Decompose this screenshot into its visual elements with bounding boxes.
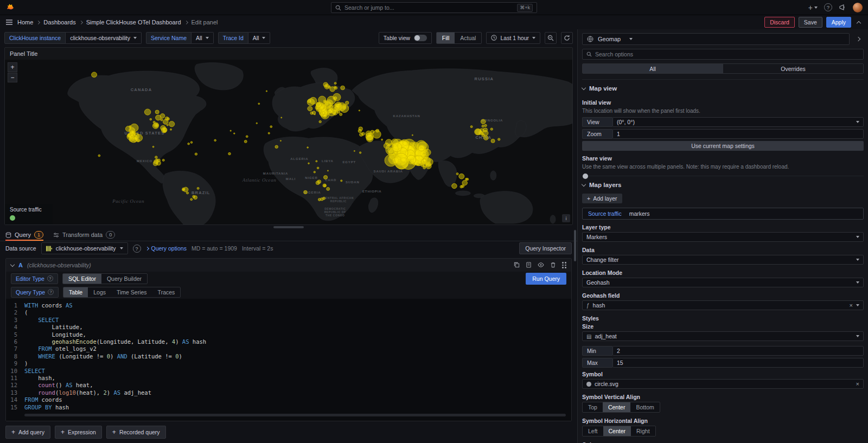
fill-option[interactable]: Fill (437, 33, 455, 43)
zoom-out-time-button[interactable] (545, 32, 557, 44)
splitter-drag-handle[interactable] (273, 226, 304, 228)
sql-horizontal-scrollbar[interactable] (24, 414, 566, 416)
min-input[interactable]: 2 (612, 346, 864, 356)
section-map-view[interactable]: Map view (582, 79, 864, 96)
user-avatar[interactable] (853, 3, 863, 12)
size-select[interactable]: ▤adj_heat (582, 331, 864, 341)
layer-list-item[interactable]: Source traffic markers (582, 208, 864, 220)
query-builder-option[interactable]: Query Builder (101, 274, 147, 284)
filter-value-dropdown[interactable]: All (192, 32, 214, 44)
filter-value-dropdown[interactable]: clickhouse-observability (66, 32, 142, 44)
valign-center[interactable]: Center (603, 402, 631, 412)
data-select[interactable]: Change filter (582, 255, 864, 265)
data-label: Data (582, 247, 864, 253)
halign-center[interactable]: Center (603, 426, 631, 436)
world-map[interactable]: RUSSIACANADAUNITED STATESMEXICOBRAZILKAZ… (5, 60, 572, 224)
chevron-down-icon (120, 247, 123, 249)
global-search-input[interactable]: Search or jump to... ⌘+k (331, 2, 537, 13)
view-select[interactable]: (0°, 0°) (612, 117, 864, 127)
map-zoom-in-button[interactable]: + (8, 62, 17, 72)
refresh-button[interactable] (561, 32, 573, 44)
query-ref-datasource: (clickhouse-observability) (27, 262, 91, 268)
drag-query-handle[interactable] (562, 262, 566, 268)
layer-type-select[interactable]: Markers (582, 232, 864, 242)
halign-left[interactable]: Left (583, 426, 603, 436)
database-icon (5, 232, 11, 238)
query-options-toggle[interactable]: Query options (146, 245, 187, 252)
delete-query-icon[interactable] (550, 262, 556, 268)
add-new-button[interactable]: + (808, 4, 818, 11)
options-tab-overrides[interactable]: Overrides (723, 64, 863, 73)
save-button[interactable]: Save (799, 17, 822, 28)
plus-icon: + (808, 4, 813, 11)
apply-button[interactable]: Apply (826, 17, 851, 28)
clear-icon[interactable]: × (856, 381, 859, 387)
copy-query-icon[interactable] (526, 262, 532, 268)
options-tab-all[interactable]: All (583, 64, 723, 73)
collapse-edit-pane-button[interactable] (857, 21, 861, 25)
top-navigation-bar: Search or jump to... ⌘+k + ? (0, 0, 868, 15)
table-view-toggle[interactable] (414, 35, 427, 41)
symbol-select[interactable]: circle.svg× (582, 379, 864, 389)
options-search-input[interactable]: Search options (582, 49, 864, 60)
collapse-query-icon[interactable] (10, 262, 15, 267)
query-type-traces[interactable]: Traces (152, 287, 181, 297)
svg-text:REPUBLIC OF: REPUBLIC OF (324, 211, 346, 214)
query-type-timeseries[interactable]: Time Series (111, 287, 152, 297)
help-button[interactable]: ? (824, 3, 832, 11)
valign-top[interactable]: Top (583, 402, 603, 412)
visualization-picker[interactable]: Geomap (582, 33, 850, 45)
styles-label: Styles (582, 315, 864, 322)
plus-icon: + (11, 428, 15, 436)
breadcrumb-dashboards[interactable]: Dashboards (43, 19, 75, 25)
clear-icon[interactable]: × (850, 303, 853, 308)
add-query-button[interactable]: +Add query (5, 426, 50, 439)
tab-transform-data[interactable]: Transform data 0 (53, 229, 115, 241)
grafana-logo[interactable] (5, 3, 14, 12)
section-map-layers[interactable]: Map layers (582, 176, 864, 192)
query-inspector-button[interactable]: Query Inspector (519, 242, 572, 254)
valign-bottom[interactable]: Bottom (630, 402, 659, 412)
tab-query[interactable]: Query 1 (5, 229, 43, 241)
collapse-options-button[interactable] (853, 33, 864, 45)
breadcrumb-dashboard-name[interactable]: Simple ClickHouse OTel Dashboard (86, 19, 181, 25)
add-expression-button[interactable]: +Expression (55, 426, 102, 439)
datasource-help-button[interactable]: ? (133, 245, 141, 253)
zoom-input[interactable]: 1 (612, 129, 864, 139)
left-pane-scrollbar[interactable] (574, 230, 576, 261)
use-current-map-settings-button[interactable]: Use current map settings (582, 141, 864, 151)
query-type-switch: Table Logs Time Series Traces (63, 287, 181, 298)
max-row: Max 15 (582, 358, 864, 368)
duplicate-query-icon[interactable] (514, 262, 520, 268)
breadcrumb-home[interactable]: Home (17, 19, 33, 25)
news-button[interactable] (839, 4, 846, 11)
add-layer-button[interactable]: +Add layer (582, 194, 622, 203)
filter-value-dropdown[interactable]: All (248, 32, 271, 44)
table-view-group: Table view (379, 32, 432, 44)
svg-text:ALGERIA: ALGERIA (290, 157, 308, 160)
discard-button[interactable]: Discard (764, 17, 795, 28)
halign-right[interactable]: Right (631, 426, 655, 436)
max-input[interactable]: 15 (612, 358, 864, 368)
add-recorded-query-button[interactable]: +Recorded query (106, 426, 166, 439)
actual-option[interactable]: Actual (455, 33, 481, 43)
query-type-table[interactable]: Table (63, 287, 88, 297)
size-label: Size (582, 323, 864, 330)
run-query-button[interactable]: Run Query (526, 273, 566, 285)
options-scroll-area[interactable]: Map view Initial view This location will… (578, 74, 868, 443)
map-zoom-out-button[interactable]: − (8, 73, 17, 82)
svg-text:MALI: MALI (286, 178, 296, 181)
map-attribution-info-button[interactable]: i (562, 214, 570, 222)
time-range-picker[interactable]: Last 1 hour (486, 32, 540, 44)
query-type-logs[interactable]: Logs (88, 287, 111, 297)
hide-query-icon[interactable] (538, 262, 544, 268)
geohash-field-select[interactable]: ƒhash× (582, 300, 864, 310)
datasource-picker[interactable]: clickhouse-observability (41, 242, 128, 254)
menu-toggle-button[interactable] (5, 19, 13, 25)
sql-editor-option[interactable]: SQL Editor (63, 274, 101, 284)
svg-text:MEXICO: MEXICO (137, 159, 152, 163)
location-mode-select[interactable]: Geohash (582, 278, 864, 287)
sql-editor[interactable]: 1WITH coords AS2(3 SELECT4 Latitude,5 Lo… (6, 299, 571, 421)
panel-title[interactable]: Panel Title (5, 48, 572, 60)
search-icon (586, 52, 592, 57)
